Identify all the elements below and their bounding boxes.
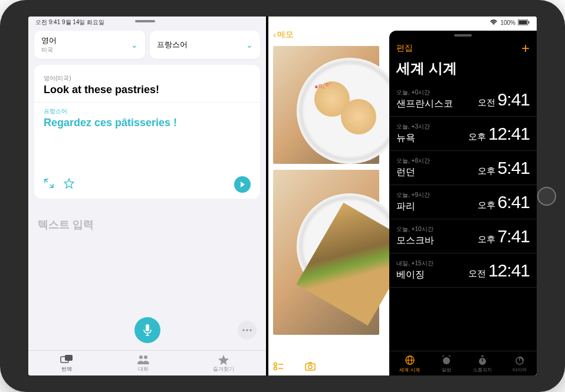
clock-ampm: 오후 (478, 200, 495, 211)
clock-city: 런던 (396, 166, 430, 179)
svg-rect-15 (306, 364, 315, 370)
note-image[interactable] (273, 170, 379, 335)
battery-icon (518, 19, 530, 25)
clock-offset: 내일, +15시간 (396, 259, 433, 268)
clock-city: 뉴욕 (396, 132, 430, 144)
favorite-star-icon[interactable] (64, 178, 74, 192)
clock-offset: 오늘, +0시간 (396, 88, 453, 97)
play-audio-button[interactable] (234, 176, 251, 193)
tab-timer[interactable]: 타이머 (513, 355, 527, 373)
clock-city: 샌프란시스코 (396, 98, 453, 110)
clock-ampm: 오전 (468, 268, 486, 279)
svg-point-4 (243, 329, 245, 331)
status-bar: 오전 9:41 9월 14일 화요일 100% (28, 17, 537, 28)
svg-point-11 (274, 363, 277, 366)
clock-time: 6:41 (498, 192, 530, 212)
clock-offset: 오늘, +9시간 (396, 191, 430, 199)
clock-edit-button[interactable]: 편집 (396, 43, 413, 54)
svg-point-20 (443, 357, 450, 364)
clock-row[interactable]: 내일, +15시간베이징 오전12:41 (389, 253, 537, 288)
wifi-icon (490, 19, 498, 25)
tab-label: 세계 시계 (399, 367, 419, 373)
translated-text: Regardez ces pâtisseries ! (44, 117, 251, 129)
checklist-icon[interactable] (273, 361, 284, 372)
clock-time: 7:41 (498, 226, 530, 246)
translate-app-handle[interactable] (135, 20, 155, 22)
tab-favorites[interactable]: 즐겨찾기 (213, 354, 234, 373)
clock-tab-bar: 세계 시계 알람 스톱워치 타이머 (389, 351, 537, 375)
notes-back-label: 메모 (277, 29, 294, 40)
target-language-selector[interactable]: 프랑스어 ⌄ (150, 31, 261, 59)
source-language-selector[interactable]: 영어 미국 ⌄ (34, 31, 145, 59)
star-icon (217, 354, 230, 365)
clock-app-handle[interactable] (454, 34, 472, 37)
world-clock-title: 세계 시계 (389, 59, 537, 83)
microphone-button[interactable] (134, 317, 160, 343)
clock-ampm: 오후 (468, 131, 486, 143)
svg-rect-1 (519, 21, 527, 25)
chevron-down-icon: ⌄ (246, 40, 253, 50)
clock-app-slideover: 편집 + 세계 시계 오늘, +0시간샌프란시스코 오전9:41 오늘, +3시… (389, 31, 537, 375)
tab-conversation[interactable]: 대화 (137, 354, 150, 373)
notes-app: ‹ 메모 (268, 17, 537, 375)
source-text[interactable]: Look at these pastries! (44, 84, 251, 96)
svg-rect-22 (481, 355, 484, 357)
timer-icon (514, 355, 525, 365)
camera-icon[interactable] (305, 361, 316, 372)
battery-percent: 100% (500, 19, 515, 26)
notes-toolbar (273, 361, 316, 372)
tab-stopwatch[interactable]: 스톱워치 (473, 355, 492, 373)
tab-label: 번역 (61, 365, 72, 373)
svg-point-6 (250, 329, 252, 331)
clock-time: 9:41 (498, 90, 530, 110)
svg-rect-8 (65, 355, 73, 361)
clock-offset: 오늘, +8시간 (396, 157, 430, 165)
note-image[interactable] (273, 46, 379, 164)
people-icon (137, 354, 150, 365)
clock-row[interactable]: 오늘, +3시간뉴욕 오후12:41 (389, 117, 537, 151)
clock-row[interactable]: 오늘, +0시간샌프란시스코 오전9:41 (389, 83, 537, 117)
svg-point-13 (274, 367, 277, 370)
more-options-button[interactable] (238, 321, 257, 340)
tab-translate[interactable]: 번역 (60, 354, 73, 373)
tab-label: 대화 (138, 365, 149, 373)
target-language-label: 프랑스어 (44, 107, 251, 116)
clock-row[interactable]: 오늘, +10시간모스크바 오후7:41 (389, 219, 537, 253)
text-input-field[interactable]: 텍스트 입력 (28, 208, 266, 241)
svg-point-16 (308, 365, 312, 369)
tab-label: 스톱워치 (473, 367, 492, 373)
clock-offset: 오늘, +10시간 (396, 225, 434, 233)
clock-add-button[interactable]: + (521, 40, 530, 57)
clock-row[interactable]: 오늘, +9시간파리 오후6:41 (389, 185, 537, 219)
tab-label: 즐겨찾기 (213, 365, 234, 373)
tab-world-clock[interactable]: 세계 시계 (399, 355, 419, 373)
clock-city: 모스크바 (396, 235, 434, 247)
clock-ampm: 오전 (478, 97, 495, 108)
home-button[interactable] (537, 187, 556, 206)
clock-time: 5:41 (498, 158, 530, 178)
translate-app: 영어 미국 ⌄ 프랑스어 ⌄ 영어(미국) Look at these past… (28, 17, 266, 375)
world-clock-list: 오늘, +0시간샌프란시스코 오전9:41 오늘, +3시간뉴욕 오후12:41… (389, 83, 537, 288)
source-lang-name: 영어 (41, 35, 57, 46)
clock-ampm: 오후 (478, 234, 495, 245)
status-time-date: 오전 9:41 9월 14일 화요일 (35, 18, 104, 27)
alarm-icon (441, 355, 452, 365)
stopwatch-icon (477, 355, 488, 365)
clock-row[interactable]: 오늘, +8시간런던 오후5:41 (389, 151, 537, 185)
notes-back-button[interactable]: ‹ 메모 (273, 29, 294, 40)
clock-city: 파리 (396, 200, 430, 213)
clock-time: 12:41 (488, 261, 530, 281)
clock-city: 베이징 (396, 269, 433, 281)
translate-tab-bar: 번역 대화 즐겨찾기 (28, 350, 266, 375)
tab-label: 알람 (442, 367, 451, 373)
clock-offset: 오늘, +3시간 (396, 123, 430, 131)
svg-rect-2 (528, 21, 530, 24)
chevron-left-icon: ‹ (273, 30, 276, 39)
tab-alarm[interactable]: 알람 (441, 355, 452, 373)
clock-ampm: 오후 (478, 166, 495, 177)
translate-icon (60, 354, 73, 365)
svg-point-10 (144, 355, 147, 359)
svg-point-5 (247, 329, 248, 331)
svg-point-9 (139, 355, 143, 359)
expand-icon[interactable] (44, 178, 54, 192)
